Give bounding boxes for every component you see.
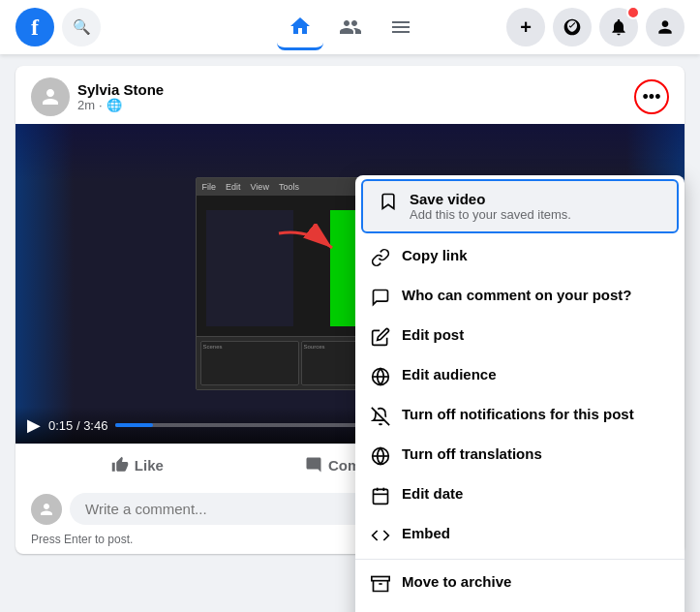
- menu-embed-text: Embed: [402, 525, 450, 541]
- menu-archive-text: Move to archive: [402, 573, 511, 590]
- friends-icon: [339, 15, 362, 39]
- menu-edit-post-title: Edit post: [402, 326, 464, 343]
- red-arrow: [269, 224, 347, 276]
- menu-notifications-title: Turn off notifications for this post: [402, 406, 634, 422]
- menu-who-comment-text: Who can comment on your post?: [402, 287, 632, 303]
- nav-notification-button[interactable]: [599, 8, 638, 46]
- menu-icon: [389, 15, 412, 39]
- nav-profile-button[interactable]: [646, 8, 685, 46]
- obs-menu-tools: Tools: [279, 182, 299, 192]
- nav-right: +: [506, 8, 685, 46]
- svg-line-2: [372, 408, 389, 425]
- globe-icon: 🌐: [107, 98, 122, 112]
- home-icon: [289, 15, 312, 38]
- comment-settings-icon: [371, 288, 390, 307]
- menu-item-copy-link[interactable]: Copy link: [355, 237, 685, 277]
- author-info: Sylvia Stone 2m · 🌐: [77, 81, 164, 112]
- menu-item-save-video[interactable]: Save video Add this to your saved items.: [361, 179, 679, 233]
- play-button[interactable]: ▶: [27, 414, 41, 436]
- video-time: 0:15 / 3:46: [48, 418, 107, 433]
- obs-scenes-label: Scenes: [203, 344, 296, 350]
- menu-embed-title: Embed: [402, 525, 450, 541]
- search-icon: 🔍: [73, 18, 91, 36]
- arrow-indicator: [269, 224, 347, 272]
- link-icon: [371, 248, 390, 267]
- menu-edit-date-title: Edit date: [402, 485, 463, 502]
- menu-copy-link-title: Copy link: [402, 247, 468, 263]
- menu-item-move-to-archive[interactable]: Move to archive: [355, 564, 685, 603]
- dropdown-menu: Save video Add this to your saved items.…: [355, 175, 685, 612]
- menu-edit-date-text: Edit date: [402, 485, 463, 502]
- menu-item-turn-off-notifications[interactable]: Turn off notifications for this post: [355, 396, 685, 436]
- menu-translations-title: Turn off translations: [402, 445, 542, 462]
- post-header: Sylvia Stone 2m · 🌐 •••: [15, 66, 685, 124]
- obs-scenes-panel: Scenes: [200, 341, 299, 385]
- menu-item-edit-audience[interactable]: Edit audience: [355, 356, 685, 396]
- code-icon: [371, 526, 390, 545]
- menu-item-embed[interactable]: Embed: [355, 515, 685, 555]
- menu-save-video-subtitle: Add this to your saved items.: [410, 207, 571, 222]
- menu-save-video-text: Save video Add this to your saved items.: [410, 191, 571, 222]
- nav-menu-button[interactable]: [378, 4, 424, 50]
- avatar: [31, 77, 70, 116]
- menu-archive-title: Move to archive: [402, 573, 511, 590]
- post-time: 2m: [77, 98, 95, 112]
- svg-rect-9: [372, 577, 389, 581]
- menu-translations-text: Turn off translations: [402, 445, 542, 462]
- like-label: Like: [135, 457, 164, 474]
- calendar-icon: [371, 486, 390, 505]
- audience-icon: [371, 367, 390, 386]
- menu-who-comment-title: Who can comment on your post?: [402, 287, 632, 303]
- video-overlay-top: [15, 124, 685, 182]
- menu-item-turn-off-translations[interactable]: Turn off translations: [355, 436, 685, 475]
- commenter-icon: [38, 501, 55, 518]
- menu-save-video-title: Save video: [410, 191, 571, 207]
- nav-home-button[interactable]: [277, 4, 323, 50]
- menu-edit-audience-text: Edit audience: [402, 366, 497, 382]
- post-author: Sylvia Stone 2m · 🌐: [31, 77, 164, 116]
- archive-icon: [371, 574, 390, 594]
- menu-item-edit-date[interactable]: Edit date: [355, 475, 685, 515]
- like-button[interactable]: Like: [31, 448, 244, 481]
- menu-notifications-text: Turn off notifications for this post: [402, 406, 634, 422]
- obs-menu-view: View: [251, 182, 269, 192]
- content-area: Sylvia Stone 2m · 🌐 •••: [0, 54, 700, 566]
- obs-menu-file: File: [202, 182, 217, 192]
- author-name[interactable]: Sylvia Stone: [77, 81, 164, 98]
- progress-fill: [115, 423, 153, 427]
- plus-icon: +: [520, 16, 532, 39]
- more-options-button[interactable]: •••: [634, 79, 669, 114]
- bell-off-icon: [371, 407, 390, 426]
- menu-edit-audience-title: Edit audience: [402, 366, 497, 382]
- translate-icon: [371, 446, 390, 466]
- ellipsis-icon: •••: [643, 87, 661, 107]
- nav-left: f 🔍: [15, 8, 101, 46]
- menu-item-who-can-comment[interactable]: Who can comment on your post?: [355, 277, 685, 317]
- messenger-icon: [563, 17, 582, 37]
- profile-icon: [655, 17, 675, 37]
- menu-item-move-to-trash[interactable]: Move to trash Items in your trash are de…: [355, 603, 685, 612]
- menu-divider: [355, 559, 685, 560]
- bell-icon: [609, 17, 628, 37]
- nav-friends-button[interactable]: [327, 4, 374, 50]
- nav-center: [277, 4, 424, 50]
- menu-edit-post-text: Edit post: [402, 326, 464, 343]
- top-navigation: f 🔍 +: [0, 0, 700, 54]
- bookmark-icon: [379, 192, 398, 211]
- nav-plus-button[interactable]: +: [506, 8, 545, 46]
- search-box[interactable]: 🔍: [62, 8, 101, 46]
- nav-messenger-button[interactable]: [553, 8, 592, 46]
- comment-icon: [305, 456, 322, 474]
- like-icon: [111, 456, 129, 474]
- commenter-avatar: [31, 494, 62, 525]
- menu-item-edit-post[interactable]: Edit post: [355, 317, 685, 356]
- avatar-icon: [39, 85, 62, 108]
- dot-separator: ·: [99, 98, 103, 112]
- facebook-logo[interactable]: f: [15, 8, 54, 46]
- obs-menu-edit: Edit: [226, 182, 241, 192]
- svg-rect-5: [374, 489, 388, 504]
- menu-copy-link-text: Copy link: [402, 247, 468, 263]
- post-meta: 2m · 🌐: [77, 98, 164, 112]
- edit-icon: [371, 327, 390, 347]
